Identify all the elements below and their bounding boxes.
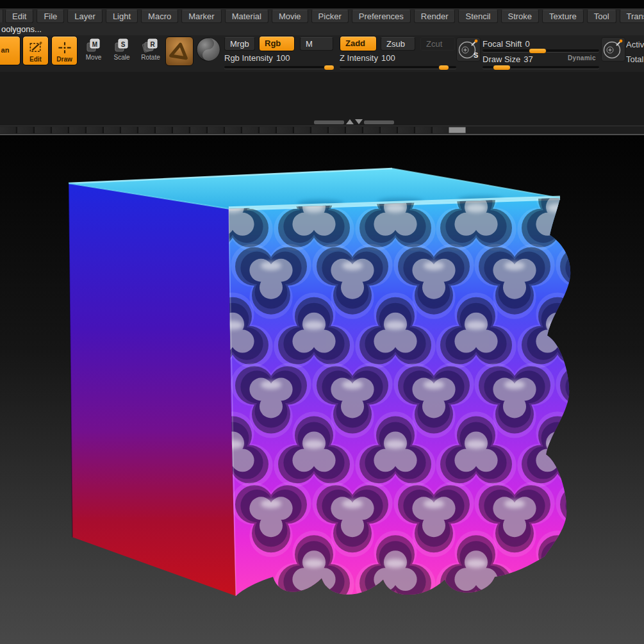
focal-shift-label: Focal Shift [483, 39, 522, 49]
cube-left-face [69, 183, 236, 596]
top-shelf: an Edit Draw M [0, 35, 644, 72]
m-button[interactable]: M [300, 37, 333, 51]
scrollbar-track-segments [0, 127, 466, 133]
svg-text:S: S [121, 41, 126, 48]
mrgb-button[interactable]: Mrgb [224, 37, 255, 51]
partial-left-button-label: an [1, 46, 10, 56]
menu-item-tool[interactable]: Tool [587, 10, 616, 23]
z-intensity-value: 100 [381, 53, 395, 63]
shelf-spacer [0, 72, 644, 126]
rotate-button-label: Rotate [141, 54, 160, 61]
svg-text:M: M [92, 41, 97, 48]
z-intensity-slider[interactable]: Z Intensity100 [340, 52, 456, 69]
rotate-icon: R [142, 38, 159, 53]
zcut-button: Zcut [420, 37, 455, 51]
material-picker[interactable] [196, 37, 220, 62]
points-readout: Active TotalP [626, 37, 644, 69]
status-text: oolygons... [1, 24, 42, 34]
draw-button-label: Draw [56, 56, 72, 65]
rgb-intensity-handle[interactable] [324, 65, 334, 70]
brush-alpha-icon [166, 37, 193, 65]
rgb-intensity-slider[interactable]: Rgb Intensity100 [224, 52, 334, 69]
edit-button-label: Edit [29, 56, 42, 65]
draw-size-picker-icon [602, 38, 625, 61]
menu-item-marker[interactable]: Marker [181, 10, 221, 23]
menu-item-stroke[interactable]: Stroke [501, 10, 540, 23]
menu-item-file[interactable]: File [37, 10, 64, 23]
svg-text:R: R [150, 41, 155, 48]
menu-bar: EditFileLayerLightMacroMarkerMaterialMov… [0, 8, 644, 24]
menu-item-render[interactable]: Render [414, 10, 456, 23]
menu-item-material[interactable]: Material [225, 10, 268, 23]
menu-item-macro[interactable]: Macro [141, 10, 178, 23]
brush-alpha-button[interactable] [165, 37, 194, 66]
draw-size-handle[interactable] [493, 65, 511, 70]
total-points-label: TotalP [626, 52, 644, 67]
draw-size-value: 37 [524, 54, 533, 64]
menu-item-edit[interactable]: Edit [5, 10, 33, 23]
z-intensity-label: Z Intensity [340, 53, 378, 63]
menu-item-transform[interactable]: Transform [620, 10, 644, 23]
status-row: oolygons... [0, 24, 644, 35]
menu-item-movie[interactable]: Movie [272, 10, 308, 23]
zsub-button[interactable]: Zsub [381, 37, 415, 51]
tray-divider-arrows[interactable] [346, 119, 364, 124]
draw-size-dynamic-picker[interactable] [601, 37, 625, 62]
scrollbar-thumb[interactable] [449, 127, 466, 133]
tray-divider-bar-right[interactable] [364, 120, 394, 124]
z-intensity-handle[interactable] [438, 65, 449, 70]
rgb-intensity-value: 100 [276, 53, 290, 63]
menu-item-partial[interactable] [0, 10, 3, 22]
focal-shift-value: 0 [525, 39, 529, 49]
scale-button-label: Scale [113, 54, 129, 61]
menu-item-light[interactable]: Light [106, 10, 138, 23]
focal-shift-slider[interactable]: Focal Shift0 [483, 38, 599, 52]
rgb-button[interactable]: Rgb [259, 36, 295, 51]
rotate-button[interactable]: R Rotate [138, 38, 163, 61]
material-sphere-icon [196, 37, 220, 62]
draw-icon [56, 40, 73, 56]
move-icon: M [86, 38, 101, 53]
dynamic-mode-label[interactable]: Dynamic [568, 54, 596, 62]
stroke-picker-icon: S [457, 38, 480, 61]
partial-left-button[interactable]: an [0, 36, 21, 65]
active-points-label: Active [626, 37, 644, 52]
menu-item-preferences[interactable]: Preferences [352, 10, 411, 23]
rgb-intensity-track[interactable] [224, 66, 334, 69]
scale-icon: S [114, 38, 129, 53]
menu-item-stencil[interactable]: Stencil [458, 10, 497, 23]
edit-icon [28, 40, 44, 56]
rgb-intensity-label: Rgb Intensity [224, 53, 273, 63]
svg-text:S: S [474, 51, 478, 59]
document-scrollbar[interactable] [0, 126, 644, 135]
menu-item-texture[interactable]: Texture [542, 10, 584, 23]
menu-item-layer[interactable]: Layer [67, 10, 103, 23]
collapse-up-icon[interactable] [346, 119, 354, 124]
move-button-label: Move [86, 54, 101, 61]
collapse-down-icon[interactable] [355, 119, 363, 124]
window-top-strip [0, 0, 644, 8]
zbrush-window: EditFileLayerLightMacroMarkerMaterialMov… [0, 0, 644, 644]
edit-button[interactable]: Edit [22, 36, 49, 65]
move-button[interactable]: M Move [81, 38, 106, 61]
menu-item-picker[interactable]: Picker [311, 10, 349, 23]
draw-size-label: Draw Size [483, 54, 520, 64]
document-canvas[interactable] [0, 135, 644, 644]
zadd-button[interactable]: Zadd [340, 36, 377, 51]
stroke-picker[interactable]: S [456, 37, 481, 62]
draw-button[interactable]: Draw [51, 36, 78, 65]
scale-button[interactable]: S Scale [110, 38, 134, 61]
tray-divider-bar-left[interactable] [314, 120, 344, 124]
